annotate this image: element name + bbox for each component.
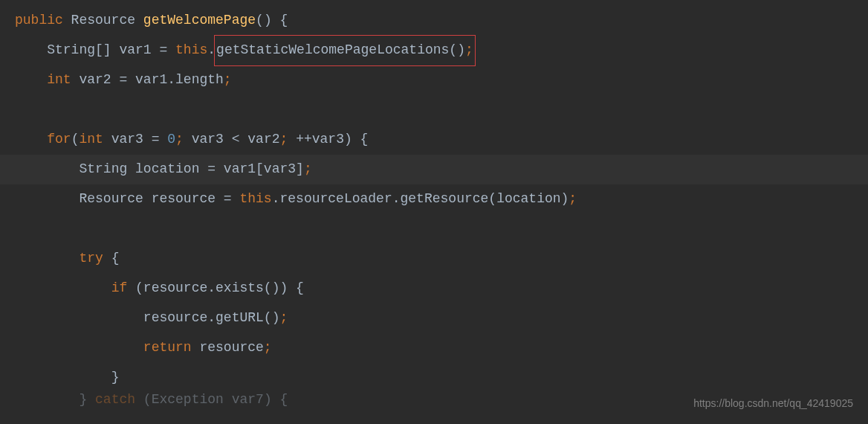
- keyword-for: for: [47, 125, 71, 155]
- code-line-9[interactable]: try {: [15, 244, 868, 274]
- condition: (resource.exists()) {: [127, 274, 304, 303]
- type-resource: Resource resource =: [79, 184, 239, 214]
- keyword-try: try: [79, 244, 103, 274]
- indent: [15, 244, 79, 274]
- code-line-8-blank[interactable]: [15, 214, 868, 244]
- parens: () {: [256, 6, 288, 36]
- var-assign: var3 =: [103, 125, 167, 155]
- code-line-7[interactable]: Resource resource = this.resourceLoader.…: [15, 184, 868, 214]
- semicolon: ;: [279, 303, 288, 333]
- code-line-11[interactable]: resource.getURL();: [15, 303, 868, 333]
- type-string: String[]: [47, 36, 119, 65]
- keyword-if: if: [111, 274, 128, 303]
- method-name: getWelcomePage: [143, 6, 256, 36]
- keyword-public: public: [15, 6, 63, 36]
- return-value: resource: [192, 333, 264, 363]
- semicolon: ;: [264, 333, 272, 363]
- semicolon: ;: [224, 65, 232, 95]
- code-editor[interactable]: public Resource getWelcomePage() { Strin…: [0, 0, 868, 408]
- open-paren: (: [71, 125, 80, 155]
- var-assign: var2 = var1.length: [71, 65, 224, 95]
- method-chain: .resourceLoader.getResource(location): [272, 184, 569, 214]
- semicolon: ;: [280, 125, 288, 155]
- code-line-2[interactable]: String[] var1 = this.getStaticWelcomePag…: [15, 36, 868, 65]
- keyword-int: int: [79, 125, 103, 155]
- watermark-text: https://blog.csdn.net/qq_42419025: [693, 392, 853, 415]
- indent: [15, 65, 47, 95]
- code-line-12[interactable]: return resource;: [15, 333, 868, 363]
- semicolon: ;: [569, 184, 577, 214]
- code-line-4-blank[interactable]: [15, 95, 868, 125]
- indent: [15, 274, 111, 303]
- catch-clause: (Exception var7) {: [135, 393, 288, 408]
- code-line-10[interactable]: if (resource.exists()) {: [15, 274, 868, 303]
- type-resource: Resource: [63, 6, 143, 36]
- highlighted-method-call: getStaticWelcomePageLocations();: [214, 35, 476, 66]
- keyword-return: return: [143, 333, 192, 363]
- brace: }: [111, 363, 120, 393]
- code-line-13[interactable]: }: [15, 363, 868, 393]
- keyword-catch: catch: [95, 393, 135, 408]
- condition: var3 < var2: [184, 125, 280, 155]
- increment: ++var3) {: [288, 125, 368, 155]
- brace: {: [103, 244, 120, 274]
- code-line-5[interactable]: for(int var3 = 0; var3 < var2; ++var3) {: [15, 125, 868, 155]
- keyword-int: int: [47, 65, 71, 95]
- code-line-1[interactable]: public Resource getWelcomePage() {: [15, 6, 868, 36]
- indent: [15, 303, 143, 333]
- indent: [15, 36, 47, 65]
- semicolon: ;: [304, 155, 312, 184]
- number-zero: 0: [167, 125, 175, 155]
- keyword-this: this: [239, 184, 271, 214]
- indent: [15, 155, 79, 184]
- indent: [15, 363, 111, 393]
- indent: [15, 125, 47, 155]
- statement: String location = var1[var3]: [79, 155, 303, 184]
- code-line-6-highlighted[interactable]: String location = var1[var3];: [0, 155, 868, 184]
- var-assign: var1 =: [119, 36, 175, 65]
- indent: [15, 333, 143, 363]
- blank: [15, 214, 23, 244]
- brace: }: [79, 393, 95, 408]
- semicolon: ;: [175, 125, 184, 155]
- keyword-this: this: [175, 36, 207, 65]
- method-call: resource.getURL(): [143, 303, 280, 333]
- indent: [15, 393, 79, 408]
- blank: [15, 95, 23, 125]
- indent: [15, 184, 79, 214]
- code-line-3[interactable]: int var2 = var1.length;: [15, 65, 868, 95]
